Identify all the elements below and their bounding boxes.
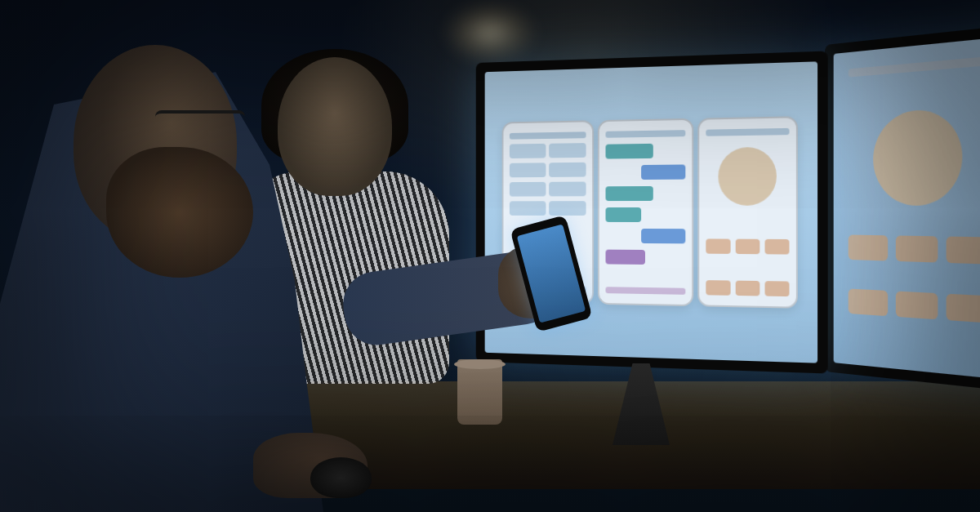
- wireframe-button: [947, 237, 980, 265]
- wireframe-button: [849, 234, 889, 260]
- wireframe-button: [735, 281, 760, 296]
- wireframe-button: [735, 239, 760, 255]
- wireframe-button-row: [706, 238, 790, 254]
- ceiling-light: [441, 0, 539, 65]
- wireframe-tile: [510, 201, 546, 216]
- wireframe-bar: [706, 128, 790, 136]
- wireframe-bar: [605, 130, 685, 138]
- glasses-icon: [155, 110, 245, 142]
- phone-mockup-profile: [698, 116, 799, 309]
- wireframe-button: [849, 288, 889, 316]
- wireframe-header-bar: [849, 56, 980, 78]
- wireframe-button: [896, 235, 938, 262]
- wireframe-button: [706, 280, 731, 296]
- phone-mockup-chat: [598, 118, 693, 306]
- wireframe-tile: [549, 143, 586, 158]
- wireframe-tile: [510, 144, 546, 158]
- monitor-center: [476, 51, 828, 373]
- wireframe-input-bar: [605, 287, 685, 295]
- wireframe-tile: [510, 182, 546, 197]
- wireframe-avatar-circle: [873, 108, 962, 206]
- chat-bubble: [641, 164, 685, 180]
- wireframe-button-row: [706, 280, 790, 296]
- wireframe-button: [706, 238, 731, 254]
- chat-bubble: [605, 186, 653, 201]
- monitor-right: [825, 24, 980, 393]
- wireframe-button: [764, 281, 789, 296]
- wireframe-tile: [510, 163, 546, 177]
- screen-right: [834, 36, 980, 380]
- wireframe-tile: [549, 163, 586, 177]
- computer-mouse: [310, 457, 372, 498]
- wireframe-button-row: [849, 234, 980, 264]
- wireframe-button-row: [849, 288, 980, 323]
- beard: [106, 147, 253, 278]
- wireframe-bar: [510, 131, 586, 139]
- wireframe-button: [764, 239, 789, 255]
- chat-bubble: [641, 229, 685, 243]
- photo-scene: [0, 0, 980, 512]
- coffee-cup: [457, 359, 502, 425]
- head: [278, 57, 392, 196]
- wireframe-avatar-circle: [719, 147, 777, 206]
- chat-bubble: [605, 207, 641, 222]
- wireframe-button: [896, 291, 938, 319]
- chat-bubble: [605, 250, 644, 265]
- wireframe-tile: [549, 201, 586, 216]
- chat-bubble: [605, 144, 653, 159]
- wireframe-tile: [549, 181, 586, 196]
- wireframe-button: [947, 294, 980, 323]
